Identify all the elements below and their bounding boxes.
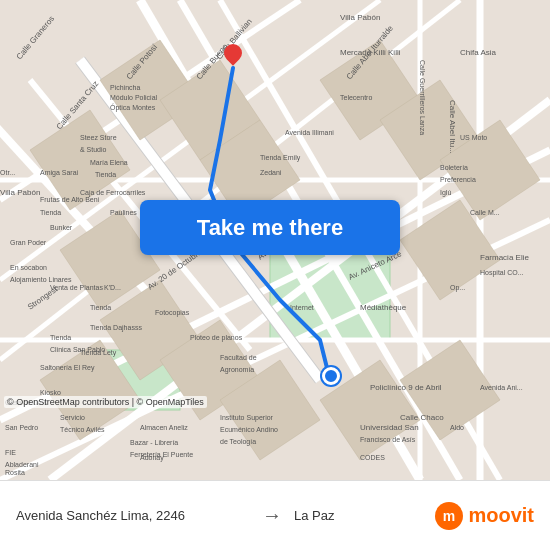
svg-text:Aldo: Aldo bbox=[450, 424, 464, 431]
svg-text:En socabon: En socabon bbox=[10, 264, 47, 271]
bottom-bar: Avenida Sanchéz Lima, 2246 → La Paz m mo… bbox=[0, 480, 550, 550]
destination-label: La Paz bbox=[294, 508, 434, 523]
svg-text:Iglú: Iglú bbox=[440, 189, 451, 197]
map-attribution: © OpenStreetMap contributors | © OpenMap… bbox=[4, 396, 207, 408]
svg-text:Tienda Dajhasss: Tienda Dajhasss bbox=[90, 324, 142, 332]
svg-text:Tienda: Tienda bbox=[50, 334, 71, 341]
destination-section: La Paz bbox=[294, 508, 434, 523]
svg-text:Avenida Illimani: Avenida Illimani bbox=[285, 129, 334, 136]
svg-text:Técnico Avilés: Técnico Avilés bbox=[60, 426, 105, 433]
origin-label: Avenida Sanchéz Lima, 2246 bbox=[16, 508, 250, 523]
svg-text:Saltonería El Rey: Saltonería El Rey bbox=[40, 364, 95, 372]
svg-text:Calle Chaco: Calle Chaco bbox=[400, 413, 444, 422]
svg-text:Preferencia: Preferencia bbox=[440, 176, 476, 183]
svg-text:Boletería: Boletería bbox=[440, 164, 468, 171]
svg-text:Calle Guerrilleros Lanza: Calle Guerrilleros Lanza bbox=[419, 60, 426, 135]
moovit-logo: m moovit bbox=[434, 501, 534, 531]
svg-text:Bunker: Bunker bbox=[50, 224, 73, 231]
svg-text:FIE: FIE bbox=[5, 449, 16, 456]
svg-text:Op...: Op... bbox=[450, 284, 465, 292]
svg-text:Alojamiento Linares: Alojamiento Linares bbox=[10, 276, 72, 284]
svg-text:Tienda: Tienda bbox=[95, 171, 116, 178]
svg-text:Gran Poder: Gran Poder bbox=[10, 239, 47, 246]
svg-text:San Pedro: San Pedro bbox=[5, 424, 38, 431]
moovit-icon: m bbox=[434, 501, 464, 531]
svg-text:Ploteo de planos: Ploteo de planos bbox=[190, 334, 243, 342]
svg-text:Farmacia Elie: Farmacia Elie bbox=[480, 253, 529, 262]
svg-text:Mercado Killi Killi: Mercado Killi Killi bbox=[340, 48, 401, 57]
origin-section: Avenida Sanchéz Lima, 2246 bbox=[16, 508, 250, 523]
svg-text:& Studio: & Studio bbox=[80, 146, 107, 153]
svg-text:Abladerani: Abladerani bbox=[5, 461, 39, 468]
svg-text:Otr...: Otr... bbox=[0, 169, 15, 176]
svg-text:Paulines: Paulines bbox=[110, 209, 137, 216]
take-me-there-button[interactable]: Take me there bbox=[140, 200, 400, 255]
svg-text:Hospital CO...: Hospital CO... bbox=[480, 269, 524, 277]
svg-text:Instituto Superior: Instituto Superior bbox=[220, 414, 274, 422]
svg-text:Chifa Asia: Chifa Asia bbox=[460, 48, 497, 57]
svg-text:Servicio: Servicio bbox=[60, 414, 85, 421]
svg-text:Kiosko: Kiosko bbox=[40, 389, 61, 396]
svg-text:Facultad de: Facultad de bbox=[220, 354, 257, 361]
origin-marker bbox=[224, 44, 242, 68]
svg-text:Fotocopias: Fotocopias bbox=[155, 309, 190, 317]
destination-marker bbox=[322, 367, 340, 385]
svg-text:Módulo Policial: Módulo Policial bbox=[110, 94, 158, 101]
svg-text:Venta de Plantas: Venta de Plantas bbox=[50, 284, 103, 291]
svg-text:Villa Pabón: Villa Pabón bbox=[0, 188, 40, 197]
svg-text:Internet: Internet bbox=[290, 304, 314, 311]
svg-text:Calle Abel Itu...: Calle Abel Itu... bbox=[448, 100, 457, 154]
svg-text:Médiathèque: Médiathèque bbox=[360, 303, 407, 312]
svg-text:Tienda: Tienda bbox=[40, 209, 61, 216]
svg-text:de Teología: de Teología bbox=[220, 438, 256, 446]
svg-text:Rosita: Rosita bbox=[5, 469, 25, 476]
svg-text:Tienda: Tienda bbox=[90, 304, 111, 311]
svg-text:Policlínico 9 de Abril: Policlínico 9 de Abril bbox=[370, 383, 442, 392]
svg-text:Pichincha: Pichincha bbox=[110, 84, 140, 91]
svg-text:Agronomía: Agronomía bbox=[220, 366, 254, 374]
route-arrow: → bbox=[250, 504, 294, 527]
svg-text:US Moto: US Moto bbox=[460, 134, 487, 141]
svg-text:K'D...: K'D... bbox=[104, 284, 121, 291]
svg-text:María Elena: María Elena bbox=[90, 159, 128, 166]
button-label: Take me there bbox=[197, 215, 343, 241]
svg-text:Amiga Sarai: Amiga Sarai bbox=[40, 169, 79, 177]
svg-text:Frutas de Alto Beni: Frutas de Alto Beni bbox=[40, 196, 100, 203]
svg-text:Steez Store: Steez Store bbox=[80, 134, 117, 141]
svg-text:Calle M...: Calle M... bbox=[470, 209, 500, 216]
svg-text:Adonay: Adonay bbox=[140, 454, 164, 462]
svg-text:Óptica Montes: Óptica Montes bbox=[110, 103, 156, 112]
svg-text:Almacen Aneliz: Almacen Aneliz bbox=[140, 424, 188, 431]
svg-text:CODES: CODES bbox=[360, 454, 385, 461]
svg-text:Francisco de Asís: Francisco de Asís bbox=[360, 436, 416, 443]
svg-text:m: m bbox=[443, 508, 455, 524]
svg-text:Tienda Emily: Tienda Emily bbox=[260, 154, 301, 162]
svg-text:Universidad San: Universidad San bbox=[360, 423, 419, 432]
svg-text:Zedani: Zedani bbox=[260, 169, 282, 176]
svg-text:Tienda Lety: Tienda Lety bbox=[80, 349, 117, 357]
svg-text:Telecentro: Telecentro bbox=[340, 94, 372, 101]
svg-text:Villa Pabón: Villa Pabón bbox=[340, 13, 380, 22]
map-container: Calle Santa Cruz Calle Potosí Calle Ball… bbox=[0, 0, 550, 480]
moovit-text: moovit bbox=[468, 504, 534, 527]
svg-text:Ecuménico Andino: Ecuménico Andino bbox=[220, 426, 278, 433]
svg-text:Bazar - Librería: Bazar - Librería bbox=[130, 439, 178, 446]
svg-text:Avenida Ani...: Avenida Ani... bbox=[480, 384, 523, 391]
